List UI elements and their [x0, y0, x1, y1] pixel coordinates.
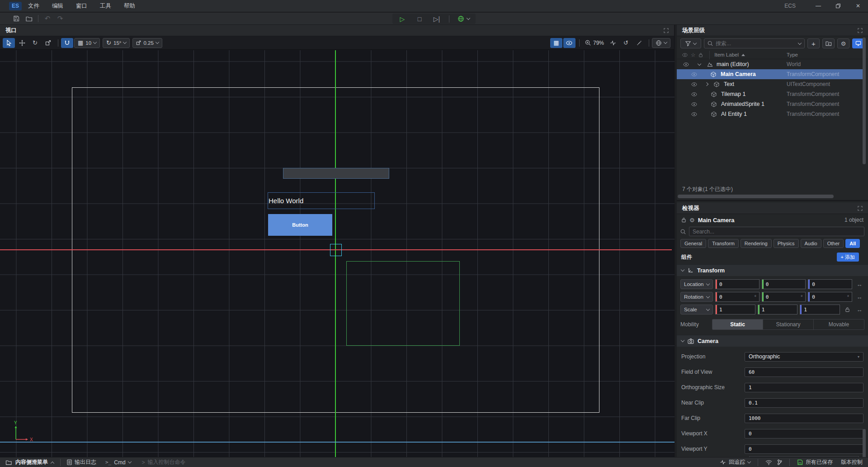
hierarchy-settings-button[interactable]: ⚙	[837, 38, 849, 48]
mobility-stationary[interactable]: Stationary	[763, 319, 814, 329]
version-control-button[interactable]: 版本控制	[841, 458, 863, 466]
content-drawer-button[interactable]: 内容侧滑菜单	[5, 458, 54, 466]
scale-x-field[interactable]: 1	[715, 305, 755, 315]
transform-section-header[interactable]: Transform	[677, 264, 868, 276]
restore-button[interactable]	[828, 0, 848, 12]
lock-column-icon[interactable]	[698, 52, 703, 57]
location-x-field[interactable]: 0	[715, 279, 760, 289]
link-axes-icon[interactable]: ↔	[854, 281, 864, 288]
trace-dropdown[interactable]: 回追踪	[720, 458, 750, 466]
button-entity[interactable]: Button	[268, 214, 332, 236]
select-tool-button[interactable]	[3, 38, 15, 48]
orthographic-size-input[interactable]: 1	[745, 383, 863, 392]
step-button[interactable]: ▷|	[429, 15, 444, 23]
rotation-dropdown[interactable]: Rotation	[680, 292, 713, 302]
world-view-dropdown[interactable]	[652, 38, 670, 48]
viewport-x-input[interactable]: 0	[745, 429, 863, 438]
run-target-dropdown[interactable]	[454, 15, 473, 22]
network-status-icon[interactable]	[765, 460, 772, 465]
panel-entity-rect[interactable]	[283, 168, 389, 179]
tree-row-animatedsprite[interactable]: AnimatedSprite 1 TransformComponent	[677, 99, 863, 109]
tab-general[interactable]: General	[680, 239, 706, 248]
undo-icon[interactable]: ↶	[41, 14, 54, 24]
camera-section-header[interactable]: Camera	[677, 335, 868, 347]
horizontal-scrollbar[interactable]	[678, 195, 834, 198]
uniform-scale-lock-icon[interactable]	[842, 307, 852, 312]
save-status[interactable]: 所有已保存	[797, 458, 833, 466]
scale-y-field[interactable]: 1	[758, 305, 798, 315]
near-clip-input[interactable]: 0.1	[745, 398, 863, 408]
menu-file[interactable]: 文件	[22, 0, 46, 12]
tree-row-main[interactable]: main (Editor) World	[677, 59, 863, 69]
source-control-icon[interactable]	[777, 459, 782, 465]
tree-row-text[interactable]: Text UITextComponent	[677, 79, 863, 89]
mobility-static[interactable]: Static	[712, 319, 763, 329]
rotate-tool-button[interactable]: ↻	[29, 38, 41, 48]
expand-panel-icon[interactable]	[858, 28, 863, 33]
scale-tool-button[interactable]	[42, 38, 54, 48]
scale-z-field[interactable]: 1	[800, 305, 840, 315]
expand-panel-icon[interactable]	[858, 206, 863, 211]
gear-icon[interactable]: ⚙	[689, 217, 695, 224]
rotation-z-field[interactable]: 0°	[808, 292, 852, 302]
console-command-input[interactable]: > 输入控制台命令	[142, 458, 186, 466]
hierarchy-search-input[interactable]: 搜索...	[704, 38, 805, 48]
column-type[interactable]: Type	[787, 52, 798, 57]
rotation-y-field[interactable]: 0°	[762, 292, 806, 302]
tab-other[interactable]: Other	[823, 239, 844, 248]
location-z-field[interactable]: 0	[808, 279, 852, 289]
far-clip-input[interactable]: 1000	[745, 414, 863, 423]
filter-dropdown[interactable]	[680, 38, 701, 48]
favorite-column-icon[interactable]: ☆	[691, 52, 695, 58]
inspector-search-input[interactable]: Search...	[689, 227, 864, 236]
fullscreen-viewport-button[interactable]	[633, 38, 645, 48]
add-entity-button[interactable]: +	[807, 38, 820, 48]
tree-row-tilemap[interactable]: Tilemap 1 TransformComponent	[677, 89, 863, 99]
gizmo-visibility-toggle[interactable]	[563, 38, 576, 48]
move-tool-button[interactable]	[16, 38, 28, 48]
tab-rendering[interactable]: Rendering	[741, 239, 772, 248]
menu-tools[interactable]: 工具	[94, 0, 118, 12]
output-log-button[interactable]: 输出日志	[67, 458, 96, 466]
open-folder-icon[interactable]	[23, 14, 35, 24]
mobility-movable[interactable]: Movable	[814, 319, 864, 329]
text-entity[interactable]: Hello World	[268, 192, 375, 209]
rotate-snap-dropdown[interactable]: ↻ 15°	[103, 38, 130, 48]
scene-canvas[interactable]: Hello World Button Y X	[0, 50, 675, 457]
projection-dropdown[interactable]: Orthographic ▾	[745, 352, 863, 362]
tab-physics[interactable]: Physics	[774, 239, 799, 248]
tab-transform[interactable]: Transform	[708, 239, 739, 248]
activity-icon[interactable]	[607, 38, 619, 48]
tree-row-ai-entity[interactable]: AI Entity 1 TransformComponent	[677, 109, 863, 119]
redo-icon[interactable]: ↷	[54, 14, 66, 24]
viewport-y-input[interactable]: 0	[745, 444, 863, 454]
rotation-x-field[interactable]: 0°	[715, 292, 760, 302]
play-button[interactable]: ▷	[395, 15, 410, 23]
column-item-label[interactable]: Item Label	[714, 52, 745, 57]
menu-window[interactable]: 窗口	[70, 0, 94, 12]
menu-help[interactable]: 帮助	[118, 0, 142, 12]
stop-button[interactable]: □	[412, 15, 427, 23]
minimize-button[interactable]: —	[808, 0, 828, 12]
scale-dropdown[interactable]: Scale	[680, 305, 713, 315]
location-dropdown[interactable]: Location	[680, 279, 713, 289]
selection-handle-box[interactable]	[330, 244, 342, 256]
visibility-column-icon[interactable]	[682, 53, 688, 57]
cmd-dropdown[interactable]: >_ Cmd	[105, 459, 131, 466]
expand-panel-icon[interactable]	[664, 28, 669, 33]
vertical-scrollbar[interactable]	[863, 38, 866, 164]
location-y-field[interactable]: 0	[762, 279, 806, 289]
new-folder-button[interactable]	[822, 38, 835, 48]
app-logo[interactable]: ES	[9, 2, 22, 10]
close-button[interactable]: ✕	[848, 0, 868, 12]
link-axes-icon[interactable]: ↔	[854, 294, 864, 300]
grid-visibility-toggle[interactable]: ▦	[550, 38, 562, 48]
tab-all[interactable]: All	[845, 239, 860, 248]
lock-icon[interactable]	[681, 217, 686, 223]
scale-snap-dropdown[interactable]: 0.25	[132, 38, 162, 48]
field-of-view-input[interactable]: 60	[745, 367, 863, 377]
add-component-button[interactable]: + 添加	[837, 253, 859, 262]
save-icon[interactable]	[10, 14, 23, 24]
tilemap-entity-rect[interactable]	[346, 261, 460, 346]
zoom-level[interactable]: 79%	[582, 40, 607, 46]
